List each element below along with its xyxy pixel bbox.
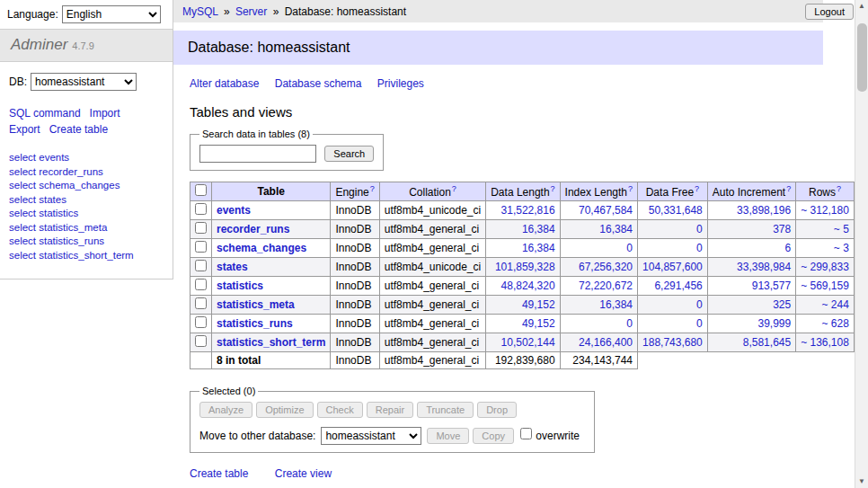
help-link[interactable]: ? xyxy=(628,184,633,193)
data-length-link[interactable]: 10,502,144 xyxy=(501,336,555,349)
rows-link[interactable]: ~ 3 xyxy=(834,242,849,254)
sidebar-table-link[interactable]: select statistics xyxy=(9,208,164,220)
row-checkbox[interactable] xyxy=(195,260,207,271)
move-database-select[interactable]: homeassistant xyxy=(321,427,421,445)
scrollbar[interactable]: ▲ ▼ xyxy=(855,0,868,488)
breadcrumb-server-link[interactable]: Server xyxy=(235,5,267,18)
index-length-link[interactable]: 70,467,584 xyxy=(579,204,633,217)
row-checkbox[interactable] xyxy=(195,335,207,347)
sidebar-table-link[interactable]: select states xyxy=(9,194,164,207)
search-button[interactable]: Search xyxy=(324,146,374,162)
table-name-link[interactable]: statistics_meta xyxy=(217,298,295,311)
help-link[interactable]: ? xyxy=(837,184,841,193)
overwrite-checkbox[interactable] xyxy=(520,428,532,439)
index-length-link[interactable]: 72,220,672 xyxy=(579,279,633,292)
row-checkbox[interactable] xyxy=(195,222,207,234)
data-free-link[interactable]: 0 xyxy=(696,223,703,235)
data-free-link[interactable]: 0 xyxy=(696,317,703,330)
copy-button[interactable]: Copy xyxy=(473,428,514,444)
data-free-link[interactable]: 50,331,648 xyxy=(649,204,703,217)
sidebar-table-link[interactable]: select events xyxy=(9,152,164,164)
auto-increment-link[interactable]: 39,999 xyxy=(757,317,791,330)
analyze-button[interactable]: Analyze xyxy=(199,402,252,418)
sidebar-link-import[interactable]: Import xyxy=(90,107,120,120)
row-checkbox[interactable] xyxy=(195,279,207,290)
scrollbar-down-arrow[interactable]: ▼ xyxy=(855,475,868,488)
data-free-link[interactable]: 188,743,680 xyxy=(642,336,703,349)
table-name-link[interactable]: statistics_short_term xyxy=(217,336,325,349)
scrollbar-thumb[interactable] xyxy=(857,23,867,92)
app-name-link[interactable]: Adminer xyxy=(11,36,67,53)
index-length-link[interactable]: 16,384 xyxy=(599,298,633,311)
row-checkbox[interactable] xyxy=(195,316,207,328)
select-all-checkbox[interactable] xyxy=(195,184,207,196)
check-button[interactable]: Check xyxy=(317,402,363,418)
data-free-link[interactable]: 0 xyxy=(696,242,703,254)
privileges-link[interactable]: Privileges xyxy=(377,77,424,90)
help-link[interactable]: ? xyxy=(452,184,456,193)
rows-link[interactable]: ~ 628 xyxy=(822,317,849,330)
index-length-link[interactable]: 0 xyxy=(626,317,633,330)
rows-link[interactable]: ~ 312,180 xyxy=(801,204,849,217)
database-schema-link[interactable]: Database schema xyxy=(275,77,362,90)
rows-link[interactable]: ~ 5 xyxy=(834,223,849,235)
optimize-button[interactable]: Optimize xyxy=(256,402,313,418)
move-button[interactable]: Move xyxy=(427,428,469,444)
drop-button[interactable]: Drop xyxy=(477,402,517,418)
sidebar-table-link[interactable]: select statistics_meta xyxy=(9,222,164,235)
index-length-link[interactable]: 24,166,400 xyxy=(579,336,633,349)
rows-link[interactable]: ~ 299,833 xyxy=(801,261,849,273)
row-checkbox[interactable] xyxy=(195,297,207,309)
data-length-link[interactable]: 48,824,320 xyxy=(501,279,555,292)
data-length-link[interactable]: 101,859,328 xyxy=(495,261,555,273)
logout-button[interactable]: Logout xyxy=(805,4,854,20)
table-name-link[interactable]: statistics_runs xyxy=(217,317,293,330)
table-name-link[interactable]: statistics xyxy=(217,279,263,292)
help-link[interactable]: ? xyxy=(370,184,375,193)
table-name-link[interactable]: recorder_runs xyxy=(217,223,289,235)
data-free-link[interactable]: 6,291,456 xyxy=(654,279,702,292)
auto-increment-link[interactable]: 378 xyxy=(773,223,791,235)
data-length-link[interactable]: 16,384 xyxy=(522,223,555,235)
data-length-link[interactable]: 31,522,816 xyxy=(501,204,555,217)
sidebar-link-sql-command[interactable]: SQL command xyxy=(9,107,81,120)
data-free-link[interactable]: 0 xyxy=(696,298,703,311)
sidebar-table-link[interactable]: select statistics_short_term xyxy=(9,250,164,262)
sidebar-table-link[interactable]: select recorder_runs xyxy=(9,166,164,179)
sidebar-table-link[interactable]: select schema_changes xyxy=(9,180,164,192)
help-link[interactable]: ? xyxy=(695,184,699,193)
create-view-link[interactable]: Create view xyxy=(275,467,332,480)
language-select[interactable]: English xyxy=(62,5,161,23)
alter-database-link[interactable]: Alter database xyxy=(190,77,259,90)
help-link[interactable]: ? xyxy=(786,184,791,193)
rows-link[interactable]: ~ 244 xyxy=(822,298,849,311)
data-free-link[interactable]: 104,857,600 xyxy=(642,261,703,273)
row-checkbox[interactable] xyxy=(195,241,207,253)
auto-increment-link[interactable]: 33,898,196 xyxy=(737,204,791,217)
auto-increment-link[interactable]: 6 xyxy=(784,242,791,254)
sidebar-table-link[interactable]: select statistics_runs xyxy=(9,235,164,248)
table-name-link[interactable]: schema_changes xyxy=(217,242,306,254)
repair-button[interactable]: Repair xyxy=(367,402,413,418)
auto-increment-link[interactable]: 325 xyxy=(773,298,791,311)
data-length-link[interactable]: 49,152 xyxy=(522,317,555,330)
table-name-link[interactable]: events xyxy=(217,204,251,217)
index-length-link[interactable]: 67,256,320 xyxy=(579,261,633,273)
sidebar-link-create-table[interactable]: Create table xyxy=(49,123,108,136)
help-link[interactable]: ? xyxy=(551,184,555,193)
data-length-link[interactable]: 16,384 xyxy=(522,242,555,254)
index-length-link[interactable]: 0 xyxy=(626,242,633,254)
auto-increment-link[interactable]: 33,398,984 xyxy=(737,261,791,273)
auto-increment-link[interactable]: 8,581,645 xyxy=(743,336,791,349)
data-length-link[interactable]: 49,152 xyxy=(522,298,555,311)
index-length-link[interactable]: 16,384 xyxy=(599,223,633,235)
auto-increment-link[interactable]: 913,577 xyxy=(752,279,791,292)
rows-link[interactable]: ~ 569,159 xyxy=(801,279,849,292)
table-name-link[interactable]: states xyxy=(217,261,248,273)
truncate-button[interactable]: Truncate xyxy=(417,402,474,418)
sidebar-link-export[interactable]: Export xyxy=(9,123,40,136)
scrollbar-up-arrow[interactable]: ▲ xyxy=(855,0,868,13)
breadcrumb-mysql-link[interactable]: MySQL xyxy=(182,5,218,18)
db-select[interactable]: homeassistant xyxy=(31,73,137,91)
search-input[interactable] xyxy=(199,145,316,163)
